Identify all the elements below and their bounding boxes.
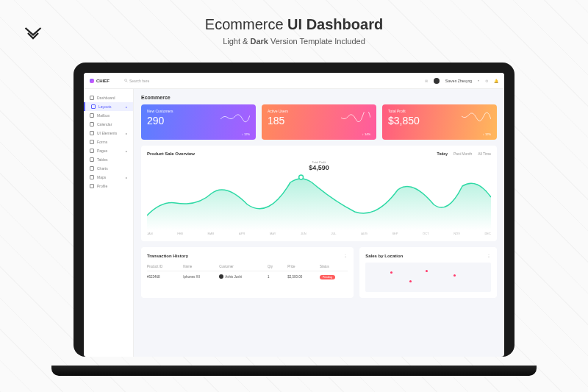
settings-icon[interactable]: ⚙	[485, 79, 488, 83]
svg-line-1	[126, 81, 128, 82]
layouts-icon	[91, 104, 96, 109]
trend-badge: ↑ 12%	[483, 132, 491, 136]
sparkline-icon	[341, 112, 370, 124]
brand-badge	[13, 13, 53, 53]
maps-icon	[90, 175, 94, 179]
stat-card-total-profit[interactable]: Total Profit $3,850 ↑ 12%	[382, 104, 497, 140]
promo-subtitle: Light & Dark Version Template Included	[223, 37, 365, 46]
user-name[interactable]: Steven Zhesyng	[445, 79, 472, 83]
page-title: Ecommerce	[141, 95, 497, 100]
chevron-right-icon: ▸	[126, 132, 127, 135]
user-avatar[interactable]	[434, 78, 440, 84]
app-screen: CHIEF Search here ⊞ Steven Zhesyng ▾ ⚙ 🔔…	[84, 73, 504, 357]
sidebar-item-ui-elements[interactable]: UI Elements▸	[84, 129, 133, 138]
sidebar-item-dashboard[interactable]: Dashboard	[84, 93, 133, 102]
map-pin	[409, 280, 412, 282]
transactions-panel: Transaction History⋮ Product IDNameCusto…	[141, 247, 354, 298]
promo-title: Ecommerce UI Dashboard	[205, 16, 383, 33]
topbar: CHIEF Search here ⊞ Steven Zhesyng ▾ ⚙ 🔔	[84, 73, 504, 89]
sidebar-item-layouts[interactable]: Layouts▸	[84, 102, 133, 111]
sparkline-icon	[462, 112, 491, 124]
chart-total: Total Profit $4,590	[147, 160, 491, 171]
ui-icon	[90, 131, 94, 135]
more-icon[interactable]: ⋮	[343, 253, 348, 258]
sidebar-item-tables[interactable]: Tables	[84, 155, 133, 164]
main-content: Ecommerce New Customers 290 ↑ 12% Active…	[134, 89, 504, 357]
sidebar-item-calendar[interactable]: Calendar	[84, 120, 133, 129]
brand-icon	[90, 79, 94, 83]
table-row[interactable]: #523468 Iphones XII Ashis Joshi 1 $2,500…	[147, 271, 348, 282]
laptop-base	[51, 366, 537, 376]
forms-icon	[90, 140, 94, 144]
pages-icon	[90, 149, 94, 153]
table-header: Product IDNameCustomerQtyPriceStatus	[147, 263, 348, 271]
world-map[interactable]	[365, 263, 491, 292]
map-pin	[390, 271, 392, 274]
area-chart[interactable]	[147, 171, 491, 230]
notification-icon[interactable]: 🔔	[494, 79, 498, 83]
calendar-icon	[90, 122, 94, 126]
tab-today[interactable]: Today	[437, 152, 448, 156]
chevron-right-icon: ▸	[126, 176, 127, 179]
sidebar-item-mailbox[interactable]: Mailbox	[84, 111, 133, 120]
trend-badge: ↑ 14%	[362, 132, 370, 136]
brand-logo-icon	[23, 23, 43, 43]
status-badge: Pending	[320, 275, 335, 279]
mail-icon	[90, 113, 94, 118]
chevron-down-icon[interactable]: ▾	[478, 79, 479, 82]
panel-title: Product Sale Overview	[147, 152, 195, 156]
sidebar-item-charts[interactable]: Charts	[84, 164, 133, 173]
trend-badge: ↑ 12%	[242, 132, 250, 136]
app-brand[interactable]: CHIEF	[90, 79, 110, 83]
svg-point-2	[299, 175, 304, 179]
grid-icon[interactable]: ⊞	[425, 79, 428, 83]
charts-icon	[90, 166, 94, 171]
chart-x-labels: JANFEBMARAPRMAYJUNJULAUGSEPOCTNOVDEC	[147, 232, 491, 235]
chevron-right-icon: ▸	[126, 105, 127, 109]
sidebar-item-maps[interactable]: Maps▸	[84, 173, 133, 182]
overview-panel: Product Sale Overview Today Past Month A…	[141, 146, 497, 241]
profile-icon	[90, 184, 94, 188]
search-input[interactable]: Search here	[124, 79, 149, 83]
sparkline-icon	[220, 112, 250, 124]
sidebar-item-forms[interactable]: Forms	[84, 138, 133, 146]
chevron-right-icon: ▸	[126, 149, 127, 153]
map-pin	[426, 270, 428, 272]
tab-past-month[interactable]: Past Month	[453, 152, 472, 156]
stat-card-new-customers[interactable]: New Customers 290 ↑ 12%	[141, 104, 256, 140]
customer-avatar	[219, 274, 223, 279]
sidebar-item-pages[interactable]: Pages▸	[84, 146, 133, 155]
map-pin	[453, 274, 456, 277]
sidebar-item-profile[interactable]: Profile	[84, 182, 133, 190]
stat-card-active-users[interactable]: Active Users 185 ↑ 14%	[262, 104, 376, 140]
dashboard-icon	[90, 96, 94, 100]
search-icon	[124, 79, 128, 82]
more-icon[interactable]: ⋮	[487, 253, 491, 258]
tables-icon	[90, 157, 94, 162]
laptop-mockup: CHIEF Search here ⊞ Steven Zhesyng ▾ ⚙ 🔔…	[74, 63, 514, 371]
location-panel: Sales by Location⋮	[359, 247, 497, 298]
tab-all-time[interactable]: All Time	[478, 152, 491, 156]
sidebar: Dashboard Layouts▸ Mailbox Calendar UI E…	[84, 89, 134, 357]
